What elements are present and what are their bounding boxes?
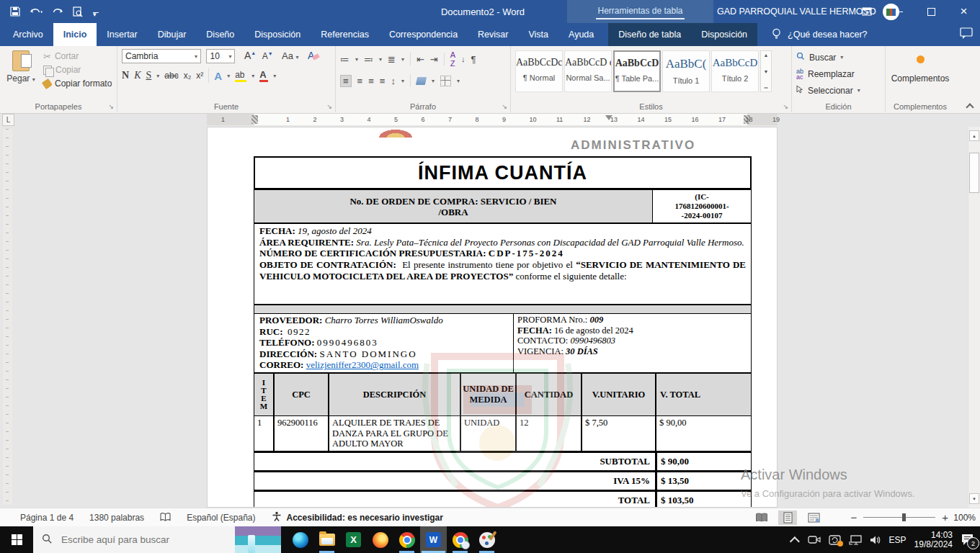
zoom-in-button[interactable]: + xyxy=(942,511,948,523)
zoom-out-button[interactable]: − xyxy=(850,511,857,523)
paste-button[interactable]: Pegar ▾ xyxy=(4,49,37,84)
bold-button[interactable]: N xyxy=(122,70,129,81)
clock[interactable]: 14:03 19/8/2024 xyxy=(914,531,953,549)
style-normal[interactable]: AaBbCcDc¶ Normal xyxy=(515,50,563,92)
sort-icon[interactable]: AZ xyxy=(450,50,455,68)
tab-dibujar[interactable]: Dibujar xyxy=(148,23,197,46)
clear-formatting-button[interactable]: A xyxy=(308,50,319,61)
print-preview-icon[interactable] xyxy=(73,6,83,17)
save-icon[interactable] xyxy=(10,6,20,17)
vertical-scrollbar[interactable]: ▲ ▼ xyxy=(968,127,980,508)
font-color-button[interactable]: A xyxy=(259,69,268,82)
document-page[interactable]: ADMINISTRATIVO ÍNFIMA CUANTÍA No. DE ORD… xyxy=(207,127,778,508)
style-titulo-1[interactable]: AaBbC(Título 1 xyxy=(662,50,710,92)
customize-qat-icon[interactable]: ▾ xyxy=(93,11,99,13)
notification-icon[interactable]: 2 xyxy=(961,534,974,546)
search-highlight-image[interactable] xyxy=(235,526,281,553)
tab-disposicion[interactable]: Disposición xyxy=(244,23,311,46)
word-count[interactable]: 1380 palabras xyxy=(89,513,144,523)
strikethrough-button[interactable]: abc xyxy=(164,71,178,81)
grow-font-button[interactable]: A▲ xyxy=(244,50,256,61)
read-mode-icon[interactable] xyxy=(752,511,771,525)
language-indicator[interactable]: Español (España) xyxy=(187,513,255,523)
taskbar-firefox-icon[interactable] xyxy=(367,526,393,553)
scrollbar-thumb[interactable] xyxy=(969,153,979,193)
restore-button[interactable] xyxy=(915,0,948,23)
tab-revisar[interactable]: Revisar xyxy=(468,23,518,46)
taskbar-edge-icon[interactable] xyxy=(287,526,313,553)
scroll-up-button[interactable]: ▲ xyxy=(969,130,979,141)
highlight-button[interactable]: ab xyxy=(235,70,246,82)
tab-selector[interactable]: L xyxy=(2,114,14,126)
show-marks-icon[interactable] xyxy=(471,55,476,64)
select-button[interactable]: Seleccionar▾ xyxy=(796,84,881,97)
line-spacing-icon[interactable] xyxy=(391,76,396,86)
zoom-level[interactable]: 100% xyxy=(953,513,976,523)
find-button[interactable]: Buscar▾ xyxy=(796,50,881,64)
ribbon-display-options-icon[interactable] xyxy=(850,0,883,23)
meet-now-icon[interactable] xyxy=(808,535,821,544)
tab-disposicion-tabla[interactable]: Disposición xyxy=(691,23,757,46)
styles-dialog-launcher[interactable]: ↘ xyxy=(783,103,788,110)
shading-icon[interactable] xyxy=(416,77,427,85)
network-display-icon[interactable] xyxy=(849,535,862,545)
taskbar-explorer-icon[interactable] xyxy=(313,526,340,553)
tab-correspondencia[interactable]: Correspondencia xyxy=(379,23,468,46)
start-button[interactable] xyxy=(0,526,33,553)
italic-button[interactable]: K xyxy=(134,70,141,81)
taskbar-paint-icon[interactable] xyxy=(473,526,500,553)
collapse-ribbon-icon[interactable] xyxy=(966,102,973,109)
tab-inicio[interactable]: Inicio xyxy=(53,23,97,46)
left-margin-marker[interactable] xyxy=(251,115,258,124)
shrink-font-button[interactable]: A▼ xyxy=(262,51,273,61)
tab-archivo[interactable]: Archivo xyxy=(3,23,53,46)
web-layout-icon[interactable] xyxy=(804,511,823,525)
subscript-button[interactable]: x₂ xyxy=(184,71,192,81)
cut-button[interactable]: Cortar xyxy=(43,51,112,61)
update-icon[interactable] xyxy=(829,535,841,545)
tab-diseno[interactable]: Diseño xyxy=(196,23,244,46)
undo-icon[interactable] xyxy=(30,7,43,17)
speaker-icon[interactable] xyxy=(870,535,881,545)
change-case-button[interactable]: Aa ▾ xyxy=(282,50,299,61)
font-dialog-launcher[interactable]: ↘ xyxy=(326,103,332,110)
tab-referencias[interactable]: Referencias xyxy=(311,23,379,46)
copy-button[interactable]: Copiar xyxy=(43,65,112,75)
zoom-slider[interactable] xyxy=(863,517,935,518)
align-center-icon[interactable] xyxy=(357,76,363,86)
tab-diseno-de-tabla[interactable]: Diseño de tabla xyxy=(608,23,691,46)
font-name-combo[interactable]: Cambria▾ xyxy=(122,49,201,63)
paragraph-dialog-launcher[interactable]: ↘ xyxy=(502,103,507,110)
tab-ayuda[interactable]: Ayuda xyxy=(558,23,604,46)
style-titulo-2[interactable]: AaBbCcDTítulo 2 xyxy=(711,50,759,92)
minimize-button[interactable] xyxy=(883,0,915,23)
align-right-icon[interactable] xyxy=(368,76,374,86)
decrease-indent-icon[interactable] xyxy=(416,55,424,64)
zoom-slider-handle[interactable] xyxy=(902,513,906,521)
scroll-down-button[interactable]: ▼ xyxy=(969,493,979,504)
superscript-button[interactable]: x² xyxy=(196,71,203,81)
replace-button[interactable]: abacReemplazar xyxy=(796,67,881,81)
taskbar-search[interactable] xyxy=(33,526,281,553)
format-painter-button[interactable]: Copiar formato xyxy=(43,78,112,89)
hidden-icons-chevron[interactable] xyxy=(789,536,799,547)
font-size-combo[interactable]: 10▾ xyxy=(206,49,235,63)
underline-button[interactable]: S xyxy=(146,70,151,81)
search-input[interactable] xyxy=(60,534,200,546)
proofing-book-icon[interactable] xyxy=(160,513,171,522)
taskbar-excel-icon[interactable]: X xyxy=(340,526,367,553)
email-link[interactable]: velizjeniffer2300@gmail.com xyxy=(306,359,419,370)
multilevel-list-icon[interactable] xyxy=(388,55,396,64)
close-button[interactable]: × xyxy=(948,0,980,23)
taskbar-chrome-icon[interactable] xyxy=(393,526,420,553)
clipboard-dialog-launcher[interactable]: ↘ xyxy=(108,103,114,110)
page-indicator[interactable]: Página 1 de 4 xyxy=(20,513,74,523)
tell-me-box[interactable]: ¿Qué desea hacer? xyxy=(772,23,868,46)
tab-insertar[interactable]: Insertar xyxy=(97,23,147,46)
addins-button[interactable]: Complementos xyxy=(890,49,950,84)
taskbar-chrome-remote-icon[interactable] xyxy=(447,526,473,553)
taskbar-word-icon[interactable]: W xyxy=(420,526,447,553)
numbering-icon[interactable] xyxy=(364,55,373,64)
text-effects-button[interactable]: A xyxy=(214,70,222,82)
bullets-icon[interactable] xyxy=(340,55,349,64)
